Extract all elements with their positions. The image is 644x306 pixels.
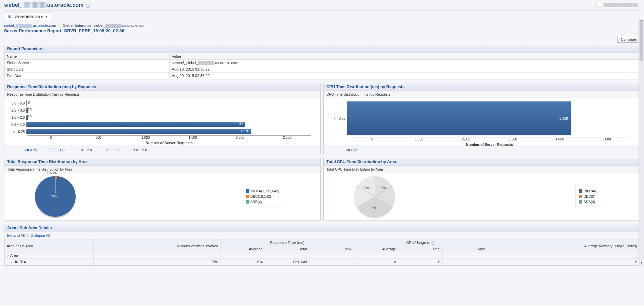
vertical-scrollbar[interactable]: ▲ ▼: [639, 19, 644, 266]
y-label: <= 0.05: [326, 117, 347, 120]
page-hostname: siebel_▒▒▒▒▒▒.us.oracle.com: [4, 2, 83, 8]
y-label: 1.0 ~ 2.0: [7, 116, 26, 119]
target-selector[interactable]: Siebel Enterprise ▼: [4, 13, 52, 20]
legend-link[interactable]: 0.5 ~ 1.0: [51, 148, 64, 152]
swatch-icon: [246, 189, 249, 193]
x-tick: 1,000: [396, 137, 442, 141]
breadcrumb-root[interactable]: siebel_▒▒▒▒▒▒.us.oracle.com: [4, 23, 56, 27]
cell-mem: 0: [487, 259, 639, 265]
col-invoked: Number of times invoked: [93, 240, 220, 252]
page-context-text: ▒▒▒▒▒▒▒▒▒▒▒▒▒: [604, 3, 638, 7]
legend-link[interactable]: <= 0.25: [25, 148, 37, 152]
chart-caption: Response Time Distribution (ms) by Reque…: [4, 91, 320, 98]
bar-value: 1,916: [235, 122, 243, 126]
x-axis-label: Number of Server Requests: [27, 139, 311, 145]
cell-resp-max: [309, 259, 354, 265]
section-header-details: Area / Sub Area Details: [4, 224, 640, 232]
param-name: End Date: [5, 73, 170, 79]
swatch-icon: [246, 195, 249, 198]
section-header-params: Report Parameters: [4, 45, 640, 53]
total-response-pie: 1%0% 99% INFRA(1,231,649) DBC(18,142) SR…: [4, 173, 320, 220]
pie-legend: INFRA(1,231,649) DBC(18,142) SRB(4): [242, 186, 283, 207]
details-table: Area / Sub Area Number of times invoked …: [4, 239, 640, 265]
x-tick: 2,000: [442, 137, 489, 141]
bar-value: 8: [28, 101, 30, 104]
compare-button[interactable]: Compare: [617, 36, 640, 43]
chart-legend: <= 0.25 0.5 ~ 1.0 1.0 ~ 2.0 2.0 ~ 3.0 3.…: [4, 145, 320, 154]
legend-item: SRB(0): [584, 199, 595, 205]
param-value: server3_siebel_▒▒▒▒▒▒.us.oracle.com: [170, 60, 640, 66]
expand-all-button[interactable]: Expand All: [7, 233, 25, 237]
expand-icon[interactable]: ▽: [7, 254, 9, 257]
scroll-down-icon[interactable]: ▼: [639, 261, 644, 266]
scroll-thumb[interactable]: [640, 20, 643, 61]
x-axis-label: Number of Server Requests: [349, 141, 630, 147]
table-row: Start Date Aug 10, 2015 02:36:22: [5, 66, 640, 73]
param-value: Aug 20, 2015 02:36:22: [170, 73, 640, 79]
info-icon[interactable]: i: [86, 4, 90, 8]
swatch-icon: [579, 195, 582, 198]
legend-item: INFRA(1,231,649): [250, 188, 279, 194]
page-title: Server Performance Report: SRVR_PERF_15-…: [0, 27, 644, 36]
legend-item: SRB(4): [250, 199, 262, 205]
cell-cpu-avg: 0: [354, 259, 398, 265]
breadcrumb: siebel_▒▒▒▒▒▒.us.oracle.com > Siebel Ent…: [0, 21, 644, 27]
legend-item: INFRA(0): [584, 188, 599, 194]
x-tick: 3,000: [490, 137, 536, 141]
breadcrumb-sep: >: [58, 23, 60, 27]
breadcrumb-current: Siebel Enterprise: siebel_▒▒▒▒▒▒.us.orac…: [63, 23, 146, 27]
legend-item: DBC(0): [584, 194, 595, 199]
table-row[interactable]: ▷INFRA 11780 104 1231649 0 0 0: [5, 259, 640, 265]
legend-item: 2.0 ~ 3.0: [106, 148, 119, 152]
y-label: 3.0 ~ 5.0: [7, 101, 26, 105]
pie-slice-label: 33%: [371, 206, 377, 210]
col-avg: Average: [221, 246, 265, 252]
x-tick: 0: [27, 136, 75, 139]
doc-icon: [596, 3, 601, 7]
params-col-value: Value: [170, 53, 640, 60]
bar-value: 20: [28, 108, 32, 112]
section-header-total-cpu: Total CPU Time Distribution by Area: [324, 158, 640, 166]
section-header-cpu-dist: CPU Time Distribution (ms) by Requests: [324, 83, 640, 91]
x-tick: 4,000: [536, 137, 583, 141]
radio-icon: [8, 15, 11, 18]
col-max: Max: [442, 246, 487, 252]
cell-cpu-max: [442, 259, 487, 265]
legend-link[interactable]: <= 0.05: [346, 148, 358, 152]
chart-caption: CPU Time Distribution (ms) by Requests: [324, 91, 640, 98]
bar-value: 19: [28, 115, 32, 119]
expand-icon[interactable]: ▷: [12, 261, 14, 264]
x-tick: 2,000: [216, 136, 264, 139]
chevron-down-icon: ▼: [45, 15, 48, 18]
cell-invoked: 11780: [93, 259, 220, 265]
chart-caption: Total CPU Time Distribution by Area: [324, 166, 640, 173]
pie-slice-label: 33%: [380, 186, 386, 190]
legend-item: 1.0 ~ 2.0: [78, 148, 92, 152]
cell-resp-avg: 104: [221, 259, 265, 265]
col-total: Total: [398, 246, 443, 252]
legend-item: 3.0 ~ 5.0: [133, 148, 147, 152]
bar-value: 1,976: [241, 129, 249, 133]
target-label: Siebel Enterprise: [14, 14, 43, 18]
swatch-icon: [579, 189, 582, 193]
pie-slice-label: 1%0%: [47, 171, 57, 175]
table-row: Siebel Server server3_siebel_▒▒▒▒▒▒.us.o…: [5, 60, 640, 66]
response-time-chart: 3.0 ~ 5.08 2.0 ~ 3.020 1.0 ~ 2.019 0.5 ~…: [4, 98, 320, 145]
collapse-all-button[interactable]: Collapse All: [31, 233, 50, 237]
cell-resp-total: 1231649: [265, 259, 309, 265]
pie-legend: INFRA(0) DBC(0) SRB(0): [575, 186, 602, 207]
col-group-resp: Response Time (ms): [221, 240, 354, 246]
pie-chart: 1%0% 99%: [35, 176, 76, 217]
table-row[interactable]: ▽Area: [5, 252, 640, 259]
section-header-total-resp: Total Response Time Distribution by Area: [4, 158, 320, 166]
table-row: End Date Aug 20, 2015 02:36:22: [5, 73, 640, 79]
x-tick: 2,500: [264, 136, 311, 139]
cpu-time-chart: <= 0.05 3,939 0 1,000 2,000 3,000 4,000 …: [324, 98, 640, 145]
y-label: 2.0 ~ 3.0: [7, 109, 26, 112]
row-group-label: Area: [10, 253, 18, 257]
col-total: Total: [265, 246, 309, 252]
x-tick: 1,500: [169, 136, 216, 139]
page-context-link[interactable]: ▒▒▒▒▒▒▒▒▒▒▒▒▒: [596, 3, 638, 7]
divider: |: [27, 233, 28, 237]
param-name: Start Date: [5, 66, 170, 73]
